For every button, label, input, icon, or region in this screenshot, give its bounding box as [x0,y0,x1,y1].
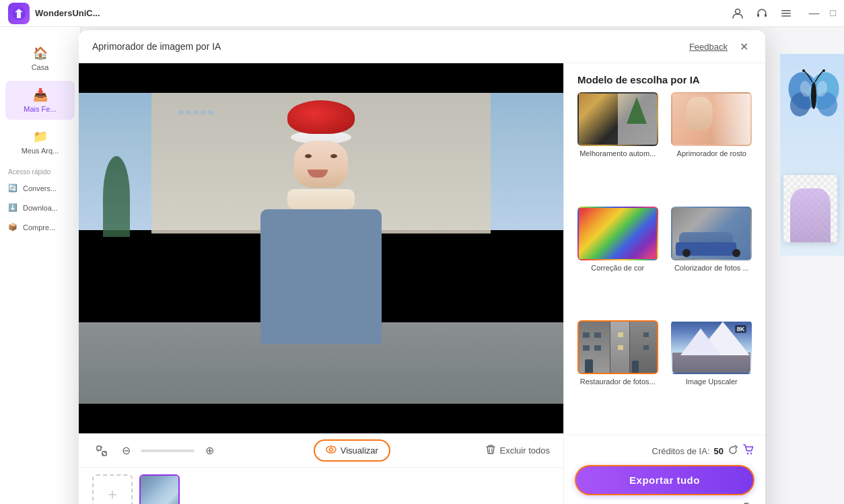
svg-rect-6 [781,15,791,17]
svg-point-10 [329,448,332,452]
trash-icon [485,444,496,457]
svg-point-11 [747,453,748,454]
files-icon: 📁 [33,129,48,144]
zoom-slider[interactable] [141,449,195,452]
main-area: Aprimorador de imagem por IA Feedback ✕ [81,27,844,504]
model-card-upscale[interactable]: 8K Image Upscaler [669,320,755,427]
model-thumb-upscale: 8K [671,320,752,374]
credits-row: Créditos de IA: 50 [575,443,754,458]
add-image-button[interactable]: + [92,474,133,504]
modal-close-button[interactable]: ✕ [736,38,752,55]
svg-point-1 [735,9,740,13]
model-card-auto[interactable]: Melhoramento autom... [575,92,661,199]
thumbnail-image [141,476,178,504]
svg-point-21 [822,69,825,72]
app-name-text: WondersUniC... [35,8,100,18]
right-panel-bottom: Créditos de IA: 50 [564,435,765,504]
thumbnail-strip: + [79,467,563,504]
sidebar-convert-label: Convers... [23,184,57,192]
maximize-button[interactable]: □ [831,8,836,19]
model-thumb-color [577,207,658,260]
sidebar: 🏠 Casa 📥 Mais Fe... 📁 Meus Arq... Acesso… [0,27,81,504]
image-toolbar: ⊖ ⊕ [79,433,563,467]
thumbnail-item[interactable] [139,474,180,504]
svg-point-20 [802,69,805,72]
main-image-area [79,63,563,433]
model-card-colorize[interactable]: Colorizador de fotos ... [669,207,755,313]
titlebar-controls: — □ [731,7,836,20]
plus-icon: + [108,485,117,504]
credits-label: Créditos de IA: [652,446,710,456]
app-branding: WondersUniC... [8,3,100,24]
eye-icon [326,445,337,456]
model-label-auto: Melhoramento autom... [579,149,656,158]
delete-all-button[interactable]: Excluir todos [485,444,550,457]
side-preview-panel [780,54,844,256]
sidebar-item-home-label: Casa [32,63,49,71]
headset-icon[interactable] [755,7,769,20]
zoom-fit-button[interactable] [92,441,111,460]
modal-overlay: Aprimorador de imagem por IA Feedback ✕ [81,27,844,504]
sidebar-item-convert[interactable]: 🔄 Convers... [0,178,80,198]
model-selection-title: Modelo de escolha por IA [564,63,765,92]
view-button-label: Visualizar [341,445,378,456]
model-thumb-colorize [671,207,752,260]
sidebar-item-download[interactable]: ⬇️ Downloa... [0,198,80,217]
view-button[interactable]: Visualizar [314,439,390,462]
credits-value: 50 [714,446,724,456]
app-logo [8,3,30,24]
convert-icon: 🔄 [8,184,17,192]
svg-rect-3 [765,13,767,17]
model-thumb-restore [577,320,658,374]
svg-rect-2 [757,13,759,17]
sidebar-item-features-label: Mais Fe... [24,105,56,113]
model-label-restore: Restaurador de fotos... [580,377,656,386]
zoom-in-button[interactable]: ⊕ [200,441,219,460]
model-label-color: Correção de cor [591,263,644,273]
svg-point-19 [811,82,816,109]
zoom-out-button[interactable]: ⊖ [116,441,135,460]
svg-rect-7 [97,446,101,450]
model-card-color[interactable]: Correção de cor [575,207,661,313]
system-titlebar: WondersUniC... [0,0,844,27]
cart-icon[interactable] [742,443,754,458]
modal-container: Aprimorador de imagem por IA Feedback ✕ [79,30,765,504]
model-label-colorize: Colorizador de fotos ... [674,263,749,273]
model-grid: Melhoramento autom... Aprimorador de ros… [564,92,765,435]
download-icon: ⬇️ [8,203,17,212]
model-card-restore[interactable]: Restaurador de fotos... [575,320,661,427]
butterfly-decoration [787,67,841,121]
modal-body: ⊖ ⊕ [79,63,765,504]
minimize-button[interactable]: — [809,8,820,19]
modal-header-controls: Feedback ✕ [689,38,752,55]
modal-header: Aprimorador de imagem por IA Feedback ✕ [79,30,765,63]
sidebar-item-files-label: Meus Arq... [22,147,59,155]
model-card-face[interactable]: Aprimorador de rosto [669,92,755,199]
sidebar-item-compress[interactable]: 📦 Compre... [0,217,80,237]
sidebar-item-home[interactable]: 🏠 Casa [5,39,75,78]
sidebar-download-label: Downloa... [23,204,58,212]
sidebar-compress-label: Compre... [23,223,55,231]
features-icon: 📥 [33,87,48,102]
sidebar-item-features[interactable]: 📥 Mais Fe... [5,81,75,120]
model-label-face: Aprimorador de rosto [677,149,746,158]
quick-access-label: Acesso rápido [0,163,80,178]
feedback-link[interactable]: Feedback [689,42,728,52]
refresh-credits-button[interactable] [728,445,738,458]
svg-rect-5 [781,13,791,14]
home-icon: 🏠 [33,46,48,61]
svg-point-9 [326,446,336,453]
delete-all-label: Excluir todos [500,445,550,456]
model-thumb-face [671,92,752,146]
bg-removed-card [783,175,837,242]
profile-icon[interactable] [731,7,744,20]
toolbar-left: ⊖ ⊕ [92,441,219,460]
model-label-upscale: Image Upscaler [686,377,738,386]
export-all-button[interactable]: Exportar tudo [575,465,754,495]
modal-title: Aprimorador de imagem por IA [92,41,221,52]
menu-icon[interactable] [779,7,793,20]
right-panel: Modelo de escolha por IA Melhorament [563,63,765,504]
sidebar-item-files[interactable]: 📁 Meus Arq... [5,122,75,161]
image-panel: ⊖ ⊕ [79,63,563,504]
compress-icon: 📦 [8,223,17,231]
